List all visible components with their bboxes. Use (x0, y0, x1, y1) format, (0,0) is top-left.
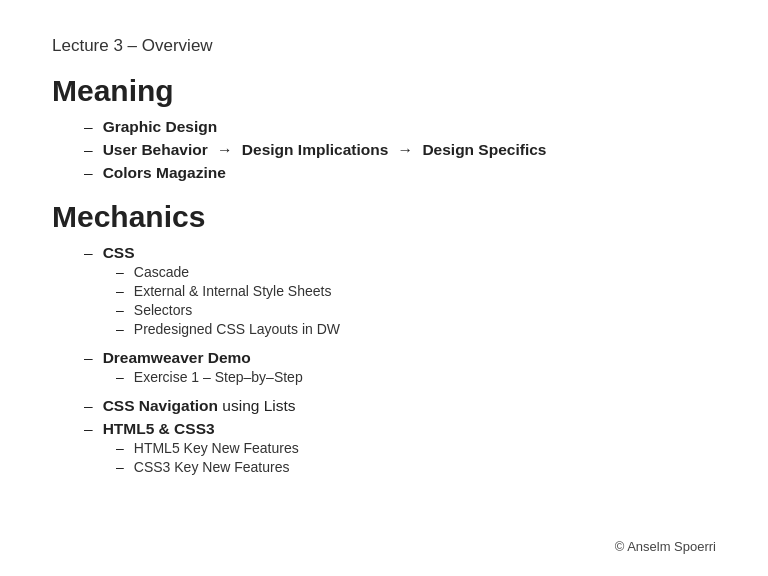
dash-icon: – (116, 264, 124, 280)
external-internal-item: External & Internal Style Sheets (134, 283, 332, 299)
mechanics-heading: Mechanics (52, 200, 716, 234)
list-item: – Selectors (116, 302, 340, 318)
design-implications-text: Design Implications (238, 141, 393, 158)
list-item: – User Behavior → Design Implications → … (84, 141, 716, 159)
html5-sublist: – HTML5 Key New Features – CSS3 Key New … (116, 440, 299, 478)
cascade-item: Cascade (134, 264, 189, 280)
dash-icon: – (116, 321, 124, 337)
dash-icon: – (84, 141, 93, 159)
css-nav-bold: CSS Navigation (103, 397, 218, 414)
css-nav-normal: using Lists (218, 397, 296, 414)
dash-icon: – (116, 459, 124, 475)
arrow-icon: → (217, 141, 233, 158)
selectors-item: Selectors (134, 302, 192, 318)
user-behavior-item: User Behavior → Design Implications → De… (103, 141, 547, 159)
graphic-design-item: Graphic Design (103, 118, 218, 136)
dash-icon: – (84, 349, 93, 367)
list-item: – Cascade (116, 264, 340, 280)
list-item: – Colors Magazine (84, 164, 716, 182)
predesigned-item: Predesigned CSS Layouts in DW (134, 321, 340, 337)
dash-icon: – (84, 118, 93, 136)
mechanics-list: – CSS – Cascade – External & Internal St… (84, 244, 716, 482)
dash-icon: – (116, 440, 124, 456)
dash-icon: – (84, 244, 93, 262)
dash-icon: – (84, 164, 93, 182)
list-item: – HTML5 Key New Features (116, 440, 299, 456)
dreamweaver-label: Dreamweaver Demo (103, 349, 251, 367)
list-item: – CSS3 Key New Features (116, 459, 299, 475)
meaning-heading: Meaning (52, 74, 716, 108)
list-item: – Predesigned CSS Layouts in DW (116, 321, 340, 337)
copyright-text: © Anselm Spoerri (615, 539, 716, 554)
html5-features-item: HTML5 Key New Features (134, 440, 299, 456)
css-sublist: – Cascade – External & Internal Style Sh… (116, 264, 340, 340)
css-item: – CSS – Cascade – External & Internal St… (84, 244, 716, 344)
mechanics-section: Mechanics – CSS – Cascade – External & I… (52, 200, 716, 482)
html5-label: HTML5 & CSS3 (103, 420, 215, 438)
css-nav-content: CSS Navigation using Lists (103, 397, 296, 415)
dash-icon: – (84, 420, 93, 438)
css3-features-item: CSS3 Key New Features (134, 459, 290, 475)
meaning-list: – Graphic Design – User Behavior → Desig… (84, 118, 716, 182)
dash-icon: – (116, 302, 124, 318)
dash-icon: – (116, 283, 124, 299)
dreamweaver-sublist: – Exercise 1 – Step–by–Step (116, 369, 303, 388)
design-specifics-text: Design Specifics (418, 141, 546, 158)
meaning-section: Meaning – Graphic Design – User Behavior… (52, 74, 716, 182)
dreamweaver-item: – Dreamweaver Demo – Exercise 1 – Step–b… (84, 349, 716, 392)
list-item: – Graphic Design (84, 118, 716, 136)
list-item: – External & Internal Style Sheets (116, 283, 340, 299)
arrow-icon-2: → (398, 141, 414, 158)
html5-item: – HTML5 & CSS3 – HTML5 Key New Features … (84, 420, 716, 482)
exercise-item: Exercise 1 – Step–by–Step (134, 369, 303, 385)
colors-magazine-item: Colors Magazine (103, 164, 226, 182)
dash-icon: – (84, 397, 93, 415)
lecture-title: Lecture 3 – Overview (52, 36, 716, 56)
list-item: – Exercise 1 – Step–by–Step (116, 369, 303, 385)
user-behavior-text: User Behavior (103, 141, 212, 158)
dash-icon: – (116, 369, 124, 385)
css-label: CSS (103, 244, 135, 262)
css-nav-item: – CSS Navigation using Lists (84, 397, 716, 415)
page-container: Lecture 3 – Overview Meaning – Graphic D… (0, 0, 768, 530)
